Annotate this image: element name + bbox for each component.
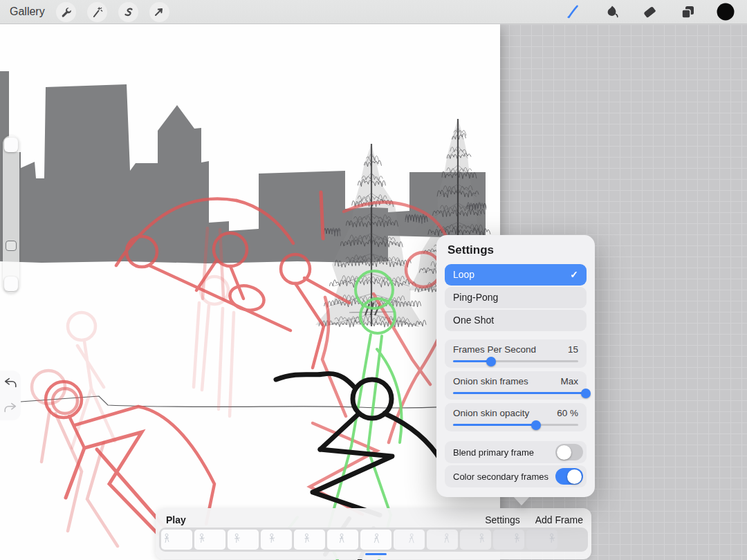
frame-thumbnail[interactable]	[394, 530, 425, 550]
frame-strip	[159, 528, 588, 552]
onion-opacity-group: Onion skin opacity 60 %	[445, 403, 587, 431]
color-swatch	[716, 2, 735, 21]
checkmark-icon: ✓	[570, 264, 578, 286]
frame-thumbnail[interactable]	[360, 530, 391, 550]
procreate-animation-screen: Gallery	[0, 0, 747, 560]
undo-icon[interactable]	[3, 376, 18, 390]
eraser-tool-button[interactable]	[636, 1, 663, 22]
brush-tool-button[interactable]	[560, 1, 587, 22]
onion-frames-group: Onion skin frames Max	[445, 371, 587, 400]
brush-size-slider[interactable]	[4, 138, 18, 152]
add-frame-button[interactable]: Add Frame	[535, 514, 583, 525]
animation-settings-popup: Settings Loop ✓ Ping-Pong ✓ One Shot ✓ F…	[436, 235, 595, 497]
skyline-silhouette	[0, 71, 486, 263]
onion-frames-slider[interactable]	[453, 392, 578, 394]
drawing-canvas[interactable]	[0, 24, 500, 560]
frame-thumbnail[interactable]	[427, 530, 458, 550]
frame-doodle	[460, 530, 491, 550]
frame-doodle	[194, 530, 225, 550]
mode-one-shot[interactable]: One Shot ✓	[445, 310, 587, 331]
mode-label: Ping-Pong	[453, 292, 498, 303]
animation-timeline: Play Settings Add Frame	[156, 508, 591, 559]
frame-thumbnail[interactable]	[228, 530, 259, 550]
onion-frames-value: Max	[560, 376, 578, 386]
brush-opacity-slider[interactable]	[4, 277, 18, 291]
magic-wand-icon	[91, 6, 103, 18]
smudge-icon	[604, 4, 619, 19]
smudge-tool-button[interactable]	[598, 1, 625, 22]
frame-doodle	[493, 530, 524, 550]
transform-button[interactable]	[149, 2, 169, 22]
frame-doodle	[161, 530, 192, 550]
canvas-artwork	[0, 24, 500, 560]
play-button[interactable]: Play	[166, 514, 186, 525]
blend-primary-label: Blend primary frame	[453, 447, 534, 458]
playback-mode-list: Loop ✓ Ping-Pong ✓ One Shot ✓	[445, 264, 587, 331]
top-toolbar: Gallery	[0, 0, 747, 24]
toggle-rows: Blend primary frame Color secondary fram…	[445, 441, 587, 487]
frame-doodle	[394, 530, 425, 550]
frame-doodle	[294, 530, 325, 550]
blend-primary-toggle[interactable]	[555, 444, 583, 460]
eraser-icon	[642, 4, 657, 19]
frame-doodle	[427, 530, 458, 550]
adjustments-wand-button[interactable]	[87, 2, 107, 22]
fps-slider[interactable]	[453, 360, 578, 362]
frame-doodle	[228, 530, 259, 550]
fps-value: 15	[568, 344, 578, 355]
frame-thumbnail[interactable]	[161, 530, 192, 550]
mode-ping-pong[interactable]: Ping-Pong ✓	[445, 287, 587, 308]
gallery-button[interactable]: Gallery	[10, 6, 45, 18]
frame-doodle	[526, 530, 557, 550]
timeline-header: Play Settings Add Frame	[156, 512, 591, 528]
mode-loop[interactable]: Loop ✓	[445, 264, 587, 286]
selection-s-icon	[122, 6, 133, 18]
color-secondary-label: Color secondary frames	[453, 472, 548, 482]
fps-label: Frames Per Second	[453, 344, 536, 355]
onion-opacity-slider[interactable]	[453, 424, 578, 426]
fps-group: Frames Per Second 15	[445, 339, 587, 368]
transform-arrow-icon	[154, 6, 165, 17]
current-frame-indicator	[365, 553, 387, 555]
wrench-icon	[60, 6, 72, 18]
color-secondary-row: Color secondary frames	[445, 465, 587, 487]
frame-thumbnail[interactable]	[327, 530, 358, 550]
undo-redo-strip	[0, 371, 21, 420]
frame-thumbnail[interactable]	[261, 530, 292, 550]
frame-thumbnail[interactable]	[194, 530, 225, 550]
paint-brush-icon	[566, 4, 581, 19]
frame-thumbnail[interactable]	[526, 530, 557, 550]
frame-thumbnail[interactable]	[294, 530, 325, 550]
frame-doodle	[327, 530, 358, 550]
mode-label: One Shot	[453, 315, 494, 326]
redo-icon[interactable]	[3, 401, 18, 415]
color-swatch-button[interactable]	[712, 1, 739, 22]
onion-opacity-value: 60 %	[557, 408, 578, 418]
onion-frames-label: Onion skin frames	[453, 376, 528, 386]
color-secondary-toggle[interactable]	[555, 468, 583, 485]
popup-tail-pointer	[513, 496, 531, 505]
slider-groups: Frames Per Second 15 Onion skin frames M…	[445, 339, 587, 431]
layers-button[interactable]	[674, 1, 701, 22]
mode-label: Loop	[453, 269, 474, 280]
popup-title: Settings	[448, 243, 587, 257]
frame-doodle	[261, 530, 292, 550]
layers-icon	[680, 4, 695, 19]
frame-thumbnail[interactable]	[493, 530, 524, 550]
selection-button[interactable]	[118, 2, 138, 22]
frame-thumbnail[interactable]	[460, 530, 491, 550]
modify-button[interactable]	[6, 241, 17, 251]
frame-doodle	[360, 530, 391, 550]
blend-primary-row: Blend primary frame	[445, 441, 587, 463]
actions-wrench-button[interactable]	[56, 2, 76, 22]
brush-sidebar	[3, 136, 19, 293]
onion-opacity-label: Onion skin opacity	[453, 408, 529, 418]
timeline-settings-button[interactable]: Settings	[485, 514, 520, 525]
